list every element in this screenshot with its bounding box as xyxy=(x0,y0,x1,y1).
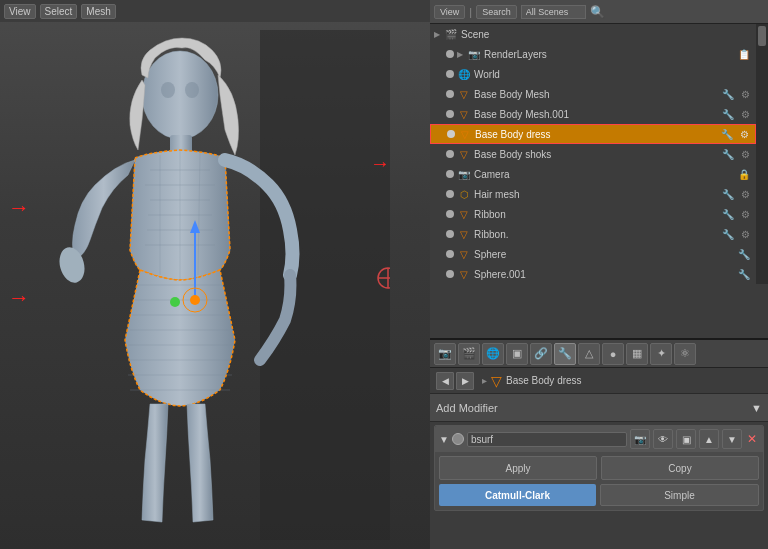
texture-icon[interactable]: ▦ xyxy=(626,343,648,365)
vis-dot[interactable] xyxy=(446,210,454,218)
tools-icon: 🔧 xyxy=(736,249,752,260)
base-body-mesh-item[interactable]: ▽ Base Body Mesh 🔧 ⚙ xyxy=(430,84,756,104)
world-icon: 🌐 xyxy=(457,67,471,81)
mesh-button[interactable]: Mesh xyxy=(81,4,115,19)
outliner-view-button[interactable]: View xyxy=(434,5,465,19)
viewport-3d[interactable]: View Select Mesh xyxy=(0,0,430,549)
sphere-icon: ▽ xyxy=(457,247,471,261)
breadcrumb-forward-button[interactable]: ▶ xyxy=(456,372,474,390)
vis-dot[interactable] xyxy=(446,230,454,238)
vis-dot[interactable] xyxy=(446,70,454,78)
add-modifier-label: Add Modifier xyxy=(436,402,751,414)
sphere-item[interactable]: ▽ Sphere 🔧 xyxy=(430,244,756,264)
renderlayers-item[interactable]: ▶ 📷 RenderLayers 📋 xyxy=(430,44,756,64)
modifier-up-button[interactable]: ▲ xyxy=(699,429,719,449)
tools-icon: 🔧 xyxy=(720,229,736,240)
modifier-cage-icon[interactable]: ▣ xyxy=(676,429,696,449)
ribbon-item[interactable]: ▽ Ribbon 🔧 ⚙ xyxy=(430,204,756,224)
vis-dot[interactable] xyxy=(446,170,454,178)
breadcrumb-sep: ▸ xyxy=(482,375,487,386)
camera-item[interactable]: 📷 Camera 🔒 xyxy=(430,164,756,184)
svg-point-9 xyxy=(170,297,180,307)
character-svg xyxy=(20,30,390,540)
scene-props-icon[interactable]: 🎬 xyxy=(458,343,480,365)
base-body-shoks-label: Base Body shoks xyxy=(474,149,717,160)
physics-icon[interactable]: ⚛ xyxy=(674,343,696,365)
modifier-expand-icon[interactable]: ▼ xyxy=(439,434,449,445)
wrench-icon: ⚙ xyxy=(739,229,752,240)
sphere-001-icon: ▽ xyxy=(457,267,471,281)
mesh-icon: ▽ xyxy=(457,87,471,101)
constraints-icon[interactable]: 🔗 xyxy=(530,343,552,365)
add-modifier-bar[interactable]: Add Modifier ▼ xyxy=(430,394,768,422)
wrench-icon: ⚙ xyxy=(739,209,752,220)
base-body-mesh-label: Base Body Mesh xyxy=(474,89,717,100)
view-button[interactable]: View xyxy=(4,4,36,19)
tools-icon: 🔧 xyxy=(720,149,736,160)
vis-dot[interactable] xyxy=(446,110,454,118)
breadcrumb-obj-icon: ▽ xyxy=(491,373,502,389)
simple-button[interactable]: Simple xyxy=(600,484,759,506)
modifier-vis-toggle[interactable] xyxy=(452,433,464,445)
tools-icon: 🔧 xyxy=(720,189,736,200)
svg-rect-0 xyxy=(260,30,390,540)
ribbon-icon: ▽ xyxy=(457,207,471,221)
world-props-icon[interactable]: 🌐 xyxy=(482,343,504,365)
ribbon-001-item[interactable]: ▽ Ribbon. 🔧 ⚙ xyxy=(430,224,756,244)
base-body-mesh-001-label: Base Body Mesh.001 xyxy=(474,109,717,120)
mesh-001-icon: ▽ xyxy=(457,107,471,121)
scroll-thumb[interactable] xyxy=(758,26,766,46)
sphere-001-item[interactable]: ▽ Sphere.001 🔧 xyxy=(430,264,756,284)
base-body-dress-item[interactable]: ▽ Base Body dress 🔧 ⚙ xyxy=(430,124,756,144)
modifier-render-icon[interactable]: 📷 xyxy=(630,429,650,449)
modifier-down-button[interactable]: ▼ xyxy=(722,429,742,449)
svg-point-1 xyxy=(142,51,218,139)
scene-icon: 🎬 xyxy=(444,27,458,41)
vis-dot[interactable] xyxy=(446,50,454,58)
vis-dot[interactable] xyxy=(446,90,454,98)
particles-icon[interactable]: ✦ xyxy=(650,343,672,365)
search-icon[interactable]: 🔍 xyxy=(590,5,605,19)
modifier-bsurf: ▼ 📷 👁 ▣ ▲ ▼ ✕ Apply Copy Catmull-Clark xyxy=(434,425,764,511)
modifier-eye-icon[interactable]: 👁 xyxy=(653,429,673,449)
modifier-name-input[interactable] xyxy=(467,432,627,447)
modifier-footer: Apply Copy xyxy=(435,452,763,484)
wrench-icon: ⚙ xyxy=(739,109,752,120)
outliner-search-button[interactable]: Search xyxy=(476,5,517,19)
tools-icon: 🔧 xyxy=(736,269,752,280)
world-label: World xyxy=(474,69,752,80)
outliner-panel: View | Search 🔍 ▶ 🎬 Scene ▶ 📷 R xyxy=(430,0,768,340)
breadcrumb-back-button[interactable]: ◀ xyxy=(436,372,454,390)
hair-mesh-item[interactable]: ⬡ Hair mesh 🔧 ⚙ xyxy=(430,184,756,204)
copy-button[interactable]: Copy xyxy=(601,456,759,480)
action-icon: 📋 xyxy=(736,49,752,60)
properties-panel: 📷 🎬 🌐 ▣ 🔗 🔧 △ ● ▦ ✦ ⚛ ◀ ▶ ▸ ▽ Base Body … xyxy=(430,340,768,549)
vis-dot[interactable] xyxy=(447,130,455,138)
select-button[interactable]: Select xyxy=(40,4,78,19)
material-icon[interactable]: ● xyxy=(602,343,624,365)
modifier-close-button[interactable]: ✕ xyxy=(745,432,759,446)
outliner-header: View | Search 🔍 xyxy=(430,0,768,24)
base-body-shoks-item[interactable]: ▽ Base Body shoks 🔧 ⚙ xyxy=(430,144,756,164)
hair-icon: ⬡ xyxy=(457,187,471,201)
base-body-mesh-001-item[interactable]: ▽ Base Body Mesh.001 🔧 ⚙ xyxy=(430,104,756,124)
vis-dot[interactable] xyxy=(446,270,454,278)
vis-dot[interactable] xyxy=(446,150,454,158)
sphere-label: Sphere xyxy=(474,249,733,260)
apply-button[interactable]: Apply xyxy=(439,456,597,480)
svg-point-3 xyxy=(185,82,199,98)
world-item[interactable]: 🌐 World xyxy=(430,64,756,84)
catmull-clark-button[interactable]: Catmull-Clark xyxy=(439,484,596,506)
outliner-scrollbar[interactable] xyxy=(756,24,768,284)
modifier-icon[interactable]: 🔧 xyxy=(554,343,576,365)
vis-dot[interactable] xyxy=(446,250,454,258)
scene-label: Scene xyxy=(461,29,752,40)
ribbon-001-icon: ▽ xyxy=(457,227,471,241)
render-icon[interactable]: 📷 xyxy=(434,343,456,365)
red-arrow-1: → xyxy=(8,195,30,221)
data-icon[interactable]: △ xyxy=(578,343,600,365)
scene-root-item[interactable]: ▶ 🎬 Scene xyxy=(430,24,756,44)
object-props-icon[interactable]: ▣ xyxy=(506,343,528,365)
vis-dot[interactable] xyxy=(446,190,454,198)
scenes-dropdown[interactable] xyxy=(521,5,586,19)
